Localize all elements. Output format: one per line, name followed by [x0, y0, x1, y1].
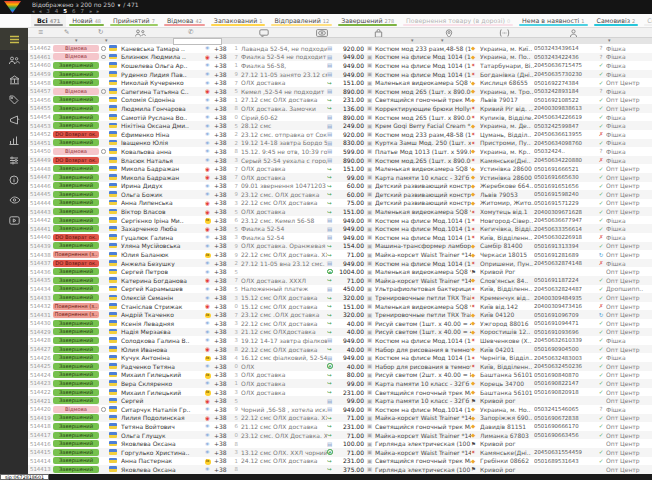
tracking-number[interactable]: 0501690904500	[534, 346, 596, 352]
client-phone[interactable]: +38	[214, 320, 231, 327]
tab-1-Новий[interactable]: Новий48	[66, 14, 107, 27]
first-page-button[interactable]: «	[32, 8, 34, 14]
tracking-number[interactable]: 0503242893184	[534, 88, 596, 94]
tab-0-Всі[interactable]: Всі471	[31, 14, 66, 27]
flag-filter-dropdown[interactable]: ▾	[105, 37, 108, 43]
client-phone[interactable]: +38	[214, 251, 231, 258]
order-row-514421[interactable]: 514421ЗавершенийСергей◉+385▤99.00▣Карта …	[28, 396, 652, 405]
tracking-number[interactable]: 0501691651656	[534, 183, 596, 189]
client-phone[interactable]: +38	[214, 354, 231, 361]
order-row-514443[interactable]: 514443ЗавершенийВіктор Власов◉+385ОЛХ до…	[28, 207, 652, 216]
tracking-number[interactable]: 20450632824487	[534, 286, 596, 292]
client-phone[interactable]: +38	[214, 363, 231, 370]
order-row-514442[interactable]: 514442ЗавершенийСергієнко Іріна Ми..lc+3…	[28, 216, 652, 225]
tab-4-Запакований[interactable]: Запакований1	[208, 14, 269, 27]
tracking-number[interactable]: 20400309838613	[534, 105, 596, 111]
tracking-number[interactable]: 20450636715475	[534, 62, 596, 68]
order-row-514455[interactable]: 514455ЗавершенийЛюдмила Гончарова✳+388ОЛ…	[28, 104, 652, 113]
page-7[interactable]: 7	[80, 8, 84, 14]
order-row-514426[interactable]: 514426ЗавершенийКучук Антонінаlc+38416.1…	[28, 353, 652, 362]
sidebar-item-marketing[interactable]	[0, 110, 28, 130]
order-row-514445[interactable]: 514445ЗавершенийОльга Божик✳+38923.12 см…	[28, 190, 652, 199]
tracking-number[interactable]: 20450632874148	[534, 260, 596, 266]
client-phone[interactable]: +38	[214, 294, 231, 301]
tracking-number[interactable]: 20400309671628	[534, 209, 596, 215]
sidebar-item-settings[interactable]	[0, 150, 28, 170]
order-row-514439[interactable]: 514439ЗавершенийУляна Мусійовська✳+389ОЛ…	[28, 242, 652, 251]
order-row-514451[interactable]: 514451ЗавершенийІващенко Юлія✳+38219.12 …	[28, 139, 652, 148]
tracking-number[interactable]: 20450633356614	[534, 226, 596, 232]
page-6[interactable]: 6	[72, 8, 76, 14]
tracking-number[interactable]: 0501690672838	[534, 415, 596, 421]
product-filter-dropdown[interactable]: ▾	[411, 37, 414, 43]
tracking-number[interactable]: 0501691187224	[534, 277, 596, 283]
tracking-number[interactable]: 0501691665630	[534, 174, 596, 180]
tracking-number[interactable]: 0501691096709	[534, 312, 596, 318]
tracking-number[interactable]: 0501690840870	[534, 372, 596, 378]
supplier-filter-dropdown[interactable]: ▾	[608, 37, 611, 43]
tab-2-Прийнятий[interactable]: Прийнятий7	[107, 14, 161, 27]
tracking-number[interactable]: 0501692108522	[534, 97, 596, 103]
client-phone[interactable]: +38	[214, 337, 231, 344]
client-phone[interactable]: +38	[214, 260, 231, 267]
tracking-number[interactable]: 0501691094471	[534, 320, 596, 326]
tab-9-Самовивіз[interactable]: Самовивіз2	[591, 14, 642, 27]
sidebar-item-products[interactable]	[0, 90, 28, 110]
tracking-number[interactable]: 0501691598240	[534, 191, 596, 197]
tracking-number[interactable]: 05032424..	[534, 148, 596, 154]
carrier-filter-dropdown[interactable]: ▾	[441, 37, 444, 43]
page-3[interactable]: 3	[46, 8, 50, 14]
order-row-514448[interactable]: 514448ЗавершенийМикола Бадражан◉+387ОЛХ …	[28, 164, 652, 173]
tracking-number[interactable]: 20450634220880	[534, 157, 596, 163]
tracking-number[interactable]: 0501689531643	[534, 458, 596, 464]
sidebar-item-clients[interactable]	[0, 50, 28, 70]
order-row-514437[interactable]: 514437DO Возврат ок.Анжела Безушку✳+3822…	[28, 259, 652, 268]
order-row-514416[interactable]: 514416ЗавершенийЯковлева Оксана✳+388▤100…	[28, 439, 652, 448]
order-row-514446[interactable]: 514446ЗавершенийИрина Дидух✳+38709.01 зв…	[28, 182, 652, 191]
order-row-514450[interactable]: 514450ВідмоваКовальова анна✳+38815.12. 9…	[28, 147, 652, 156]
order-row-514433[interactable]: 514433ЗавершенийОлексій Семанін✳+38315.1…	[28, 293, 652, 302]
client-phone[interactable]: +38	[214, 242, 231, 249]
client-phone[interactable]: +38	[214, 389, 231, 396]
tracking-number[interactable]: 0501690820918	[534, 389, 596, 395]
client-phone[interactable]: +38	[214, 346, 231, 353]
prev-page-button[interactable]: «	[39, 8, 41, 14]
column-phone-icon[interactable]: ✆	[188, 29, 193, 36]
column-status-icon[interactable]: ≡	[38, 29, 43, 36]
order-row-514461[interactable]: 514461ВідмоваБлизнюк Людмила ..◉+387Фиал…	[28, 53, 652, 62]
tracking-number[interactable]: 20450632483003	[534, 355, 596, 361]
order-row-514428[interactable]: 514428ЗавершенийСолодкова Галина В..✳+38…	[28, 336, 652, 345]
last-page-button[interactable]: »	[96, 8, 98, 14]
order-row-514432[interactable]: 514432Повернення (з..Станіслав Стрижак◉+…	[28, 302, 652, 311]
client-phone[interactable]: +38	[214, 414, 231, 421]
order-row-514431[interactable]: 514431Повернення (з..Андрій Ткаченкоlc+3…	[28, 310, 652, 319]
sidebar-item-monitoring[interactable]	[0, 190, 28, 210]
order-row-514447[interactable]: 514447ЗавершенийМикола Бадражан◉+387ОЛХ …	[28, 173, 652, 182]
client-phone[interactable]: +38	[214, 45, 231, 52]
order-row-514424[interactable]: 514424ЗавершенийМихаил Гилецькийlc+383ОЛ…	[28, 371, 652, 380]
order-row-514414[interactable]: 514414ЗавершенийАнна Пастернакlc+38124.1…	[28, 457, 652, 466]
client-phone[interactable]: +38	[214, 277, 231, 284]
tracking-number[interactable]: 0501691281689	[534, 252, 596, 258]
client-phone[interactable]: +38	[214, 303, 231, 310]
order-row-514456[interactable]: 514456ЗавершенийСоломія Сідоніна✳+38127.…	[28, 96, 652, 105]
tracking-number[interactable]: 20400309473416	[534, 303, 596, 309]
sidebar-item-finance[interactable]	[0, 70, 28, 90]
tracking-number[interactable]: 0503243439614	[534, 45, 596, 51]
client-phone[interactable]: +38	[214, 423, 231, 430]
tab-6-Завершений[interactable]: Завершений278	[335, 14, 400, 27]
tab-7-Повернення товару (в дорозі)[interactable]: Повернення товару (в дорозі)0	[400, 14, 516, 27]
client-phone[interactable]: +38	[214, 199, 231, 206]
client-phone[interactable]: +38	[214, 122, 231, 129]
order-row-514425[interactable]: 514425ЗавершенийРадченко Тетяна✳+380ОЛХ₴…	[28, 362, 652, 371]
order-row-514457[interactable]: 514457ВідмоваСапегина Татьяна С..◉+385Ке…	[28, 87, 652, 96]
client-phone[interactable]: +38	[214, 268, 231, 275]
page-5[interactable]: 5	[63, 8, 67, 14]
tracking-number[interactable]: 0503243422436	[534, 54, 596, 60]
order-row-514429[interactable]: 514429ЗавершенийНадія Мерзаєва✳+38321.12…	[28, 328, 652, 337]
order-row-514436[interactable]: 514436ЗавершенийСергей Петров✳+385₴1004.…	[28, 267, 652, 276]
page-size-dropdown[interactable]: ▾	[118, 2, 121, 8]
order-row-514417[interactable]: 514417ЗавершенийОльга Глущук✳+38023.12 с…	[28, 431, 652, 440]
status-filter-dropdown[interactable]: ▾	[75, 37, 78, 43]
client-phone[interactable]: +38	[214, 380, 231, 387]
